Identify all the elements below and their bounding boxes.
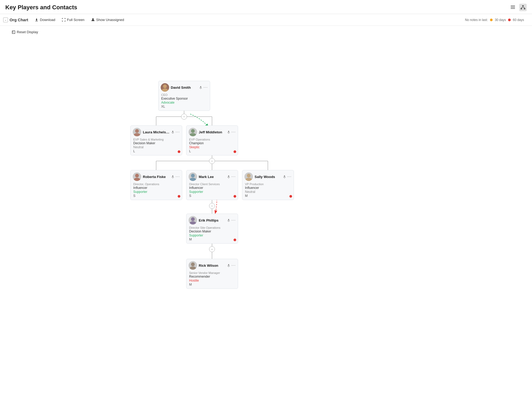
svg-rect-32 bbox=[172, 130, 173, 132]
reset-display-button[interactable]: Reset Display bbox=[9, 28, 41, 36]
svg-rect-4 bbox=[521, 8, 522, 9]
mic-icon-mark[interactable] bbox=[227, 175, 230, 179]
node-actions-jeff: ··· bbox=[227, 130, 236, 134]
svg-point-30 bbox=[135, 129, 139, 133]
node-actions-david: ··· bbox=[199, 85, 208, 90]
red-dot-legend bbox=[508, 19, 511, 21]
more-menu-sally[interactable]: ··· bbox=[287, 174, 292, 179]
svg-rect-2 bbox=[511, 8, 515, 9]
red-dot-jeff bbox=[234, 150, 236, 153]
body-mark-lee: Director Client Services Influencer Supp… bbox=[186, 182, 238, 198]
svg-rect-36 bbox=[228, 130, 229, 132]
svg-rect-44 bbox=[228, 175, 229, 177]
svg-point-38 bbox=[135, 174, 139, 177]
collapse-circle-erik[interactable]: − bbox=[209, 246, 215, 252]
mic-icon-rick[interactable] bbox=[227, 264, 230, 267]
node-jeff-middleton: Jeff Middleton ··· EVP Operations Champi… bbox=[186, 125, 238, 155]
list-view-icon[interactable] bbox=[509, 4, 517, 11]
collapse-circle-david[interactable]: − bbox=[181, 114, 187, 120]
svg-point-31 bbox=[134, 133, 140, 136]
node-sally-woods: Sally Woods ··· VP Production Influencer… bbox=[242, 170, 294, 200]
mic-icon-roberta[interactable] bbox=[171, 175, 174, 179]
show-unassigned-icon bbox=[91, 18, 95, 22]
red-dot-sally bbox=[289, 195, 292, 198]
toolbar-row: - Org Chart Download Full Screen Show Un… bbox=[0, 14, 532, 26]
svg-rect-28 bbox=[200, 86, 201, 88]
fullscreen-icon bbox=[62, 18, 66, 22]
node-actions-erik: ··· bbox=[227, 218, 236, 223]
svg-rect-48 bbox=[284, 175, 285, 177]
name-erik-phillips: Erik Phillips bbox=[199, 218, 218, 222]
svg-point-42 bbox=[191, 174, 195, 177]
node-actions-sally: ··· bbox=[283, 174, 292, 179]
page-title: Key Players and Contacts bbox=[5, 4, 77, 11]
header: Key Players and Contacts bbox=[0, 0, 532, 14]
red-dot-laura bbox=[178, 150, 180, 153]
more-menu-rick[interactable]: ··· bbox=[231, 263, 236, 268]
body-roberta-fiske: Director, Operations Influencer Supporte… bbox=[131, 182, 182, 198]
body-david-smith: CEO Executive Sponsor Advocate XL bbox=[159, 93, 210, 108]
node-mark-lee: Mark Lee ··· Director Client Services In… bbox=[186, 170, 238, 200]
avatar-sally-woods bbox=[244, 172, 253, 181]
name-laura-michelson: Laura Michelson bbox=[143, 130, 170, 134]
name-mark-lee: Mark Lee bbox=[199, 175, 214, 179]
collapse-button[interactable]: - bbox=[3, 18, 8, 22]
avatar-mark-lee bbox=[189, 172, 197, 181]
node-rick-wilson: Rick Wilson ··· Senior Vendor Manager Re… bbox=[186, 259, 238, 289]
node-roberta-fiske: Roberta Fiske ··· Director, Operations I… bbox=[130, 170, 182, 200]
avatar-erik-phillips bbox=[189, 216, 197, 224]
download-icon bbox=[35, 18, 39, 22]
mic-icon-david[interactable] bbox=[199, 86, 202, 89]
mic-icon-sally[interactable] bbox=[283, 175, 286, 179]
svg-rect-0 bbox=[511, 6, 515, 6]
body-sally-woods: VP Production Influencer Neutral M bbox=[242, 182, 294, 198]
svg-point-27 bbox=[162, 88, 168, 92]
more-menu-jeff[interactable]: ··· bbox=[231, 130, 236, 134]
svg-point-34 bbox=[191, 129, 195, 133]
red-dot-erik bbox=[234, 239, 236, 241]
avatar-laura-michelson bbox=[133, 128, 141, 136]
thirty-days-label: 30 days bbox=[495, 18, 506, 22]
more-menu-mark[interactable]: ··· bbox=[231, 174, 236, 179]
more-menu-erik[interactable]: ··· bbox=[231, 218, 236, 223]
svg-point-46 bbox=[247, 174, 251, 177]
svg-rect-1 bbox=[511, 7, 515, 7]
name-sally-woods: Sally Woods bbox=[255, 175, 275, 179]
node-laura-michelson: Laura Michelson ··· EVP Sales & Marketin… bbox=[130, 125, 182, 155]
sixty-days-label: 60 days bbox=[513, 18, 524, 22]
node-actions-rick: ··· bbox=[227, 263, 236, 268]
avatar-jeff-middleton bbox=[189, 128, 197, 136]
svg-point-51 bbox=[190, 221, 196, 224]
svg-point-47 bbox=[246, 178, 252, 181]
mic-icon-laura[interactable] bbox=[171, 130, 174, 134]
fullscreen-button[interactable]: Full Screen bbox=[59, 16, 88, 23]
more-menu-roberta[interactable]: ··· bbox=[176, 174, 180, 179]
node-actions-laura: ··· bbox=[171, 130, 180, 134]
org-chart-view-icon[interactable] bbox=[519, 4, 527, 11]
svg-point-50 bbox=[191, 217, 195, 221]
more-menu-david[interactable]: ··· bbox=[203, 85, 208, 90]
section-title: Org Chart bbox=[10, 18, 28, 22]
mic-icon-jeff[interactable] bbox=[227, 130, 230, 134]
collapse-circle-jeff[interactable]: − bbox=[209, 158, 215, 164]
body-erik-phillips: Director Site Operations Decision Maker … bbox=[186, 226, 238, 241]
svg-point-11 bbox=[92, 18, 94, 20]
body-rick-wilson: Senior Vendor Manager Recommender Hostil… bbox=[186, 271, 238, 286]
node-actions-roberta: ··· bbox=[171, 174, 180, 179]
svg-point-26 bbox=[163, 84, 167, 88]
mic-icon-erik[interactable] bbox=[227, 219, 230, 222]
more-menu-laura[interactable]: ··· bbox=[176, 130, 180, 134]
no-notes-label: No notes in last: bbox=[465, 18, 488, 22]
svg-rect-10 bbox=[35, 21, 38, 21]
node-david-smith: David Smith ··· CEO Executive Sponsor Ad… bbox=[158, 81, 210, 111]
header-icons bbox=[509, 4, 527, 11]
show-unassigned-button[interactable]: Show Unassigned bbox=[88, 16, 127, 23]
download-button[interactable]: Download bbox=[31, 16, 59, 23]
reset-display-row: Reset Display bbox=[0, 26, 532, 36]
collapse-circle-mark[interactable]: − bbox=[209, 203, 215, 209]
svg-rect-40 bbox=[172, 175, 173, 177]
svg-point-43 bbox=[190, 178, 196, 181]
orange-dot bbox=[490, 19, 493, 21]
svg-point-54 bbox=[191, 262, 195, 266]
name-roberta-fiske: Roberta Fiske bbox=[143, 175, 166, 179]
